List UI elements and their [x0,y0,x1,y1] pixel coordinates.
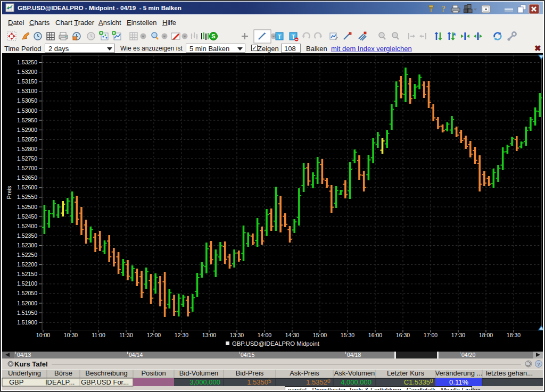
svg-text:15:30: 15:30 [341,332,354,338]
svg-text:13:00: 13:00 [202,332,216,338]
svg-text:17:30: 17:30 [451,332,465,338]
svg-text:Bid-Volumen: Bid-Volumen [179,369,219,377]
svg-text:Ask-Volumen: Ask-Volumen [334,369,375,377]
svg-text:18:30: 18:30 [507,332,521,338]
svg-text:11:30: 11:30 [119,332,133,338]
svg-text:1.52500: 1.52500 [17,204,37,210]
svg-text:18:00: 18:00 [479,332,493,338]
svg-text:Letzter Kurs: Letzter Kurs [387,369,425,377]
svg-text:1.52450: 1.52450 [17,213,37,220]
svg-text:1.52550: 1.52550 [17,194,37,200]
svg-text:?: ? [441,4,445,13]
svg-text:1.53100: 1.53100 [17,88,37,94]
svg-text:0: 0 [430,378,433,384]
svg-text:T: T [292,34,295,40]
svg-text:1.51900: 1.51900 [17,319,37,326]
svg-text:1.52300: 1.52300 [17,242,37,248]
svg-text:S: S [211,33,215,39]
svg-text:GBP.USD For...: GBP.USD For... [81,378,129,386]
svg-text:13:30: 13:30 [230,332,244,338]
svg-text:15:00: 15:00 [313,332,327,338]
svg-text:1.52950: 1.52950 [17,117,37,123]
svg-text:1.52900: 1.52900 [17,127,37,133]
svg-text:12:00: 12:00 [147,332,161,338]
svg-text:1.52350: 1.52350 [17,232,37,239]
svg-text:Ask-Preis: Ask-Preis [290,369,319,377]
svg-text:1.5352: 1.5352 [306,378,327,386]
svg-text:1.53200: 1.53200 [17,69,37,75]
svg-text:1.52150: 1.52150 [17,271,37,277]
svg-text:Beschreibung: Beschreibung [85,369,128,377]
svg-text:1.52600: 1.52600 [17,184,37,190]
svg-text:1.52800: 1.52800 [17,146,37,152]
svg-text:0: 0 [327,378,331,384]
svg-text:GBP: GBP [9,378,23,386]
svg-text:1.52750: 1.52750 [17,155,37,162]
svg-text:GBP.USD@IDEALPRO Midpoint: GBP.USD@IDEALPRO Midpoint [232,340,320,347]
svg-text:1.5350: 1.5350 [247,378,268,386]
svg-text:0.11%: 0.11% [449,378,468,386]
svg-text:11:00: 11:00 [92,332,105,338]
svg-text:16:00: 16:00 [368,332,382,338]
svg-text:16:30: 16:30 [396,332,410,338]
svg-text:10:00: 10:00 [36,332,50,338]
svg-text:1.52050: 1.52050 [17,290,37,296]
svg-text:Bid-Preis: Bid-Preis [236,369,264,377]
svg-text:1.52200: 1.52200 [17,261,37,268]
svg-text:Position: Position [141,369,166,377]
svg-text:1.52650: 1.52650 [17,174,37,181]
svg-text:12:30: 12:30 [175,332,188,338]
svg-text:3,000,000: 3,000,000 [189,378,220,386]
svg-text:4,000,000: 4,000,000 [341,378,371,386]
svg-text:1.52250: 1.52250 [17,252,37,258]
svg-text:14:30: 14:30 [285,332,299,338]
svg-text:1.53250: 1.53250 [17,59,37,65]
svg-text:IDEALP...: IDEALP... [45,378,75,386]
svg-text:C1.5335: C1.5335 [404,378,430,386]
svg-text:1.52850: 1.52850 [17,136,37,143]
svg-text:T: T [278,34,282,40]
svg-text:1.51950: 1.51950 [17,310,37,316]
svg-text:1.53150: 1.53150 [17,78,37,85]
svg-text:1.52700: 1.52700 [17,165,37,171]
svg-text:17:00: 17:00 [424,332,437,338]
svg-text:Underlying: Underlying [8,369,41,377]
svg-text:1.52100: 1.52100 [17,280,37,287]
svg-text:letztes gehan...: letztes gehan... [486,369,533,377]
svg-text:Veränderung ...: Veränderung ... [435,369,483,377]
svg-text:14:00: 14:00 [258,332,271,338]
svg-text:1.53050: 1.53050 [17,97,37,104]
svg-text:Börse: Börse [54,369,72,377]
svg-text:1.52000: 1.52000 [17,300,37,306]
svg-text:1.52400: 1.52400 [17,223,37,229]
svg-text:10:30: 10:30 [64,332,78,338]
svg-text:1.53000: 1.53000 [17,107,37,114]
svg-text:Preis: Preis [6,186,12,199]
svg-text:5: 5 [268,378,271,384]
